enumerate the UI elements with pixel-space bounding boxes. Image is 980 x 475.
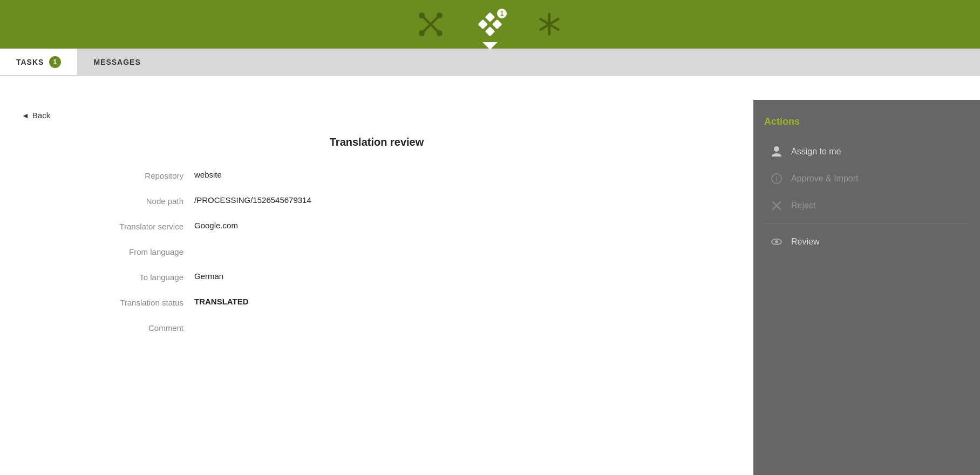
person-icon [770, 145, 784, 159]
asterisk-icon[interactable] [536, 11, 563, 38]
value-repository: website [194, 170, 222, 179]
form-table: Repository website Node path /PROCESSING… [76, 170, 453, 332]
approve-import-action[interactable]: i Approve & Import [764, 165, 969, 192]
actions-title: Actions [764, 116, 969, 127]
label-translation-status: Translation status [76, 297, 194, 307]
form-title: Translation review [22, 136, 732, 148]
tab-messages-label: MESSAGES [93, 58, 140, 66]
field-comment: Comment [76, 322, 453, 332]
field-repository: Repository website [76, 170, 453, 180]
svg-point-23 [775, 240, 778, 243]
approve-import-label: Approve & Import [791, 174, 859, 184]
label-repository: Repository [76, 170, 194, 180]
label-comment: Comment [76, 322, 194, 332]
value-to-language: German [194, 272, 223, 281]
x-icon [770, 199, 784, 213]
review-action[interactable]: Review [764, 228, 969, 255]
tools-icon[interactable] [417, 11, 444, 38]
eye-icon [770, 235, 784, 249]
svg-point-3 [437, 12, 443, 18]
label-node-path: Node path [76, 195, 194, 206]
tasks-badge: 1 [49, 56, 61, 68]
field-translation-status: Translation status TRANSLATED [76, 297, 453, 307]
tab-messages[interactable]: MESSAGES [77, 49, 156, 75]
main-content: ◄ Back Translation review Repository web… [0, 100, 980, 475]
field-node-path: Node path /PROCESSING/1526545679314 [76, 195, 453, 206]
reject-label: Reject [791, 201, 815, 211]
back-label: Back [32, 111, 50, 120]
svg-text:i: i [775, 175, 778, 183]
label-translator-service: Translator service [76, 221, 194, 231]
tab-tasks-label: TASKS [16, 58, 44, 66]
field-to-language: To language German [76, 272, 453, 282]
value-translation-status: TRANSLATED [194, 297, 249, 306]
tab-tasks[interactable]: TASKS 1 [0, 49, 77, 75]
content-area: ◄ Back Translation review Repository web… [0, 100, 753, 475]
label-to-language: To language [76, 272, 194, 282]
field-translator-service: Translator service Google.com [76, 221, 453, 231]
svg-point-4 [419, 30, 425, 36]
svg-point-2 [419, 12, 425, 18]
review-label: Review [791, 237, 819, 247]
notification-badge: 1 [496, 8, 508, 19]
info-circle-icon: i [770, 172, 784, 186]
reject-action[interactable]: Reject [764, 192, 969, 219]
assign-to-me-action[interactable]: Assign to me [764, 138, 969, 165]
assign-to-me-label: Assign to me [791, 147, 841, 157]
top-nav-bar: 1 [0, 0, 980, 49]
field-from-language: From language [76, 246, 453, 256]
label-from-language: From language [76, 246, 194, 256]
svg-point-5 [437, 30, 443, 36]
value-node-path: /PROCESSING/1526545679314 [194, 195, 311, 205]
network-icon[interactable]: 1 [477, 11, 503, 38]
svg-point-17 [774, 146, 779, 152]
back-arrow-icon: ◄ [22, 111, 29, 120]
value-translator-service: Google.com [194, 221, 238, 230]
back-link[interactable]: ◄ Back [22, 111, 732, 120]
tab-bar: TASKS 1 MESSAGES [0, 49, 980, 76]
sidebar-panel: Actions Assign to me i Approve & Import [753, 100, 980, 475]
white-strip [0, 76, 980, 100]
action-separator [764, 223, 969, 224]
